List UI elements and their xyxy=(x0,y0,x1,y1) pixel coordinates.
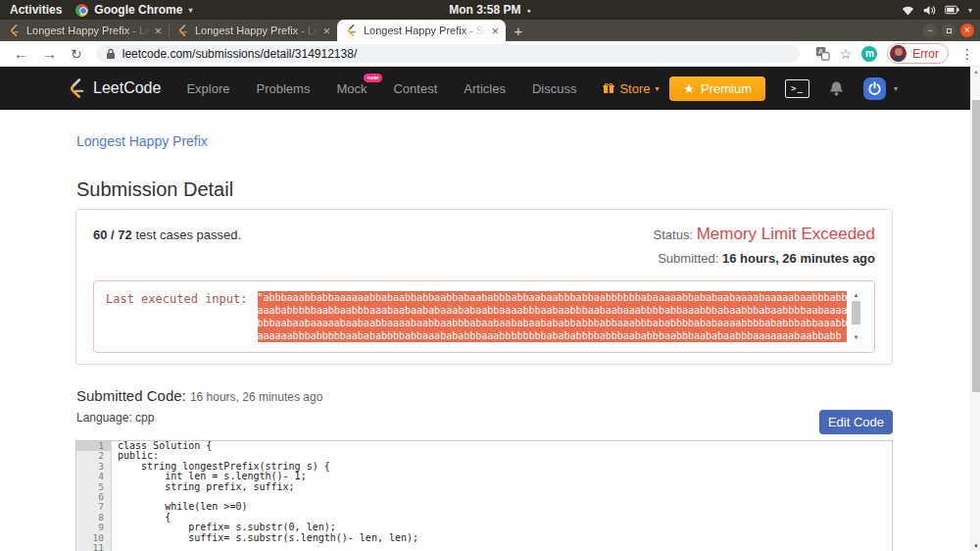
scrollbar-thumb[interactable] xyxy=(972,100,980,392)
test-cases-passed: 60 / 72 test cases passed. xyxy=(93,225,241,242)
browser-toolbar: ← → ↻ leetcode.com/submissions/detail/31… xyxy=(0,41,980,67)
line-number: 1 xyxy=(76,441,112,451)
notification-dot-icon: ● xyxy=(527,7,531,14)
status-value: Memory Limit Exceeded xyxy=(697,225,875,243)
star-icon: ★ xyxy=(683,81,695,96)
code-line: 7 while(len >=0) xyxy=(76,502,892,512)
scroll-down-icon[interactable]: ▼ xyxy=(971,543,980,549)
translate-icon[interactable]: A xyxy=(815,46,830,61)
tab-title: Longest Happy Prefix - Le xyxy=(195,25,318,36)
tab-2[interactable]: Longest Happy Prefix - Le × xyxy=(169,20,337,41)
close-icon[interactable]: × xyxy=(491,25,499,37)
problem-title-link[interactable]: Longest Happy Prefix xyxy=(76,133,208,149)
toolbar-actions: A ☆ m Error ⋮ xyxy=(815,43,974,64)
system-top-bar: Activities Google Chrome ▾ Mon 3:58 PM ●… xyxy=(0,0,980,20)
code-line: 4 int len = s.length()- 1; xyxy=(76,472,892,481)
leetcode-favicon-icon xyxy=(344,24,358,37)
profile-chip[interactable]: Error xyxy=(887,43,949,64)
url-text: leetcode.com/submissions/detail/31491213… xyxy=(122,47,357,61)
nav-item-articles[interactable]: Articles xyxy=(464,81,506,96)
line-number: 8 xyxy=(76,513,112,523)
gift-icon xyxy=(603,82,614,94)
back-button[interactable]: ← xyxy=(14,46,28,61)
close-icon[interactable]: × xyxy=(154,25,162,37)
power-logo-icon xyxy=(867,81,882,96)
tab-title: Longest Happy Prefix - Su xyxy=(364,25,487,36)
forward-button[interactable]: → xyxy=(42,46,57,61)
volume-icon xyxy=(923,5,936,16)
window-controls: − × xyxy=(923,24,974,37)
summary-row: 60 / 72 test cases passed. Status: Memor… xyxy=(93,225,875,266)
reload-button[interactable]: ↻ xyxy=(71,47,82,61)
clock-label: Mon 3:58 PM xyxy=(449,3,520,17)
status-block: Status: Memory Limit Exceeded Submitted:… xyxy=(654,225,875,266)
page-scrollbar[interactable]: ▲ ▼ xyxy=(970,67,980,551)
app-menu[interactable]: Google Chrome ▾ xyxy=(75,3,192,17)
new-tab-button[interactable]: + xyxy=(506,20,531,41)
line-number: 9 xyxy=(76,523,112,532)
lock-icon xyxy=(106,48,116,60)
app-menu-label: Google Chrome xyxy=(94,3,182,17)
notifications-bell-icon[interactable] xyxy=(829,80,844,97)
scroll-down-icon[interactable]: ▼ xyxy=(854,333,859,342)
input-line: aaababbbbbaabbaabbbaaabaabaababaaababaab… xyxy=(258,304,848,317)
maximize-button[interactable] xyxy=(942,24,956,37)
minimize-button[interactable]: − xyxy=(923,24,937,37)
extension-badge[interactable]: m xyxy=(861,46,877,62)
chevron-down-icon[interactable]: ▾ xyxy=(894,84,898,93)
address-bar[interactable]: leetcode.com/submissions/detail/31491213… xyxy=(96,44,800,63)
leetcode-favicon-icon xyxy=(7,24,21,37)
nav-item-contest[interactable]: Contest xyxy=(393,81,437,96)
input-scrollbar[interactable]: ▲ ▼ xyxy=(850,291,862,342)
screen: Activities Google Chrome ▾ Mon 3:58 PM ●… xyxy=(0,0,980,551)
tab-3-active[interactable]: Longest Happy Prefix - Su × xyxy=(337,20,506,41)
leetcode-brand[interactable]: LeetCode xyxy=(65,76,161,100)
playground-terminal-icon[interactable]: >_ xyxy=(785,79,809,98)
nav-item-problems[interactable]: Problems xyxy=(256,81,310,96)
line-number: 11 xyxy=(76,543,112,551)
code-editor[interactable]: 1class Solution { 2public: 3 string long… xyxy=(75,440,893,551)
code-text: int len = s.length()- 1; xyxy=(112,472,307,481)
code-line: 5 string prefix, suffix; xyxy=(76,482,892,492)
browser-menu-icon[interactable]: ⋮ xyxy=(960,46,974,62)
store-label: Store xyxy=(619,81,650,96)
premium-button[interactable]: ★ Premium xyxy=(669,76,765,101)
nav-item-mock[interactable]: Mocknew xyxy=(336,81,367,96)
nav-item-store[interactable]: Store ▾ xyxy=(603,81,659,96)
chevron-down-icon: ▾ xyxy=(188,6,192,15)
activities-button[interactable]: Activities xyxy=(10,3,62,17)
scroll-up-icon[interactable]: ▲ xyxy=(854,291,859,300)
wifi-icon xyxy=(902,5,914,16)
close-icon[interactable]: × xyxy=(322,25,330,37)
user-avatar[interactable] xyxy=(863,77,886,100)
nav-item-mock-label: Mock xyxy=(336,81,367,96)
nav-item-discuss[interactable]: Discuss xyxy=(532,81,577,96)
close-window-button[interactable]: × xyxy=(960,24,974,37)
scrollbar-thumb[interactable] xyxy=(852,301,860,325)
tab-1[interactable]: Longest Happy Prefix - Le × xyxy=(0,20,169,41)
nav-links: Explore Problems Mocknew Contest Article… xyxy=(186,81,659,96)
bookmark-star-icon[interactable]: ☆ xyxy=(840,46,853,62)
leetcode-logo-icon xyxy=(65,76,86,100)
submitted-label: Submitted: xyxy=(658,251,722,266)
premium-label: Premium xyxy=(701,81,752,96)
scroll-up-icon[interactable]: ▲ xyxy=(971,69,980,75)
system-tray[interactable]: ▾ xyxy=(902,5,972,16)
input-line: aaaaaabbbabbbbbaabababbbbabbaaabababbbaa… xyxy=(258,329,848,342)
code-line: 1class Solution { xyxy=(76,441,892,451)
last-executed-input-box: Last executed input: "abbbaaabbabbaaaaaa… xyxy=(93,280,875,353)
edit-code-button[interactable]: Edit Code xyxy=(819,410,893,434)
status-line: Status: Memory Limit Exceeded xyxy=(654,225,875,244)
submitted-code-header: Submitted Code: 16 hours, 26 minutes ago xyxy=(76,387,322,404)
code-text: prefix= s.substr(0, len); xyxy=(112,523,336,532)
line-number: 4 xyxy=(76,472,112,481)
language-line: Language: cpp xyxy=(76,411,154,425)
code-line: 10 suffix= s.substr(s.length()- len, len… xyxy=(76,533,892,543)
last-input-value[interactable]: "abbbaaabbabbaaaaaabbabaabbabbaabbabaaba… xyxy=(258,291,863,342)
nav-item-explore[interactable]: Explore xyxy=(186,81,229,96)
maximize-icon xyxy=(947,28,952,33)
chrome-logo-icon xyxy=(75,4,88,17)
page-content: Longest Happy Prefix Submission Detail 6… xyxy=(0,110,970,551)
profile-label: Error xyxy=(912,47,939,61)
code-line: 11 xyxy=(76,543,892,551)
